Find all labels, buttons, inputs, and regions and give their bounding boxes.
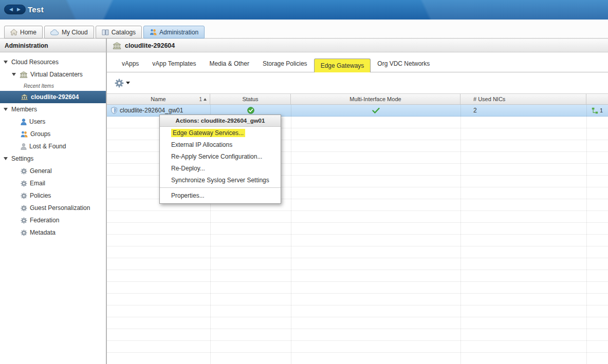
tree-label: Groups — [30, 130, 50, 138]
tree-section-settings[interactable]: Settings — [0, 152, 106, 165]
tree-item-virtual-datacenters[interactable]: Virtual Datacenters — [0, 68, 106, 81]
entity-tabstrip: vApps vApp Templates Media & Other Stora… — [107, 52, 608, 72]
tree-item-general[interactable]: General — [0, 165, 106, 177]
chevron-down-icon[interactable] — [12, 73, 16, 76]
forward-button[interactable]: ▶ — [17, 7, 21, 12]
menu-item-external-ip-allocations[interactable]: External IP Allocations — [160, 139, 281, 150]
tree-label: Lost & Found — [29, 143, 66, 150]
network-icon — [592, 107, 598, 114]
tab-media-other[interactable]: Media & Other — [203, 60, 256, 72]
nic-badge-count: 1 — [600, 107, 603, 113]
menu-separator — [160, 187, 281, 188]
grid-toolbar — [107, 72, 608, 93]
tree-item-groups[interactable]: Groups — [0, 128, 106, 140]
titlebar: ◀ ▶ Test — [0, 0, 608, 20]
tree-label: Virtual Datacenters — [30, 71, 83, 78]
gear-icon — [21, 180, 27, 187]
status-ok-icon — [247, 107, 254, 114]
chevron-down-icon — [126, 82, 130, 84]
sidebar-title: Administration — [0, 39, 106, 52]
tree-label: Metadata — [30, 229, 56, 236]
org-vdc-icon — [21, 94, 28, 100]
datacenter-icon — [20, 71, 28, 78]
menu-item-redeploy[interactable]: Re-Deploy... — [160, 162, 281, 174]
gear-icon — [21, 193, 27, 199]
history-nav: ◀ ▶ — [4, 5, 26, 14]
column-divider — [460, 105, 461, 364]
column-divider — [291, 105, 291, 364]
gateway-name: cloudlite-292604_gw01 — [120, 107, 183, 114]
menu-item-label: Properties... — [171, 192, 205, 199]
context-menu-title: Actions: cloudlite-292604_gw01 — [160, 115, 281, 127]
column-header-status[interactable]: Status — [210, 94, 291, 104]
menu-item-label: Synchronize Syslog Server Settings — [171, 177, 269, 184]
chevron-down-icon[interactable] — [4, 157, 8, 160]
tab-home[interactable]: Home — [4, 26, 43, 39]
tree-section-cloud-resources[interactable]: Cloud Resources — [0, 56, 106, 68]
vcloud-director-app: ◀ ▶ Test Home My Cloud Catalogs — [0, 0, 608, 364]
tree-item-email[interactable]: Email — [0, 177, 106, 189]
cell-used-nics: 2 — [460, 105, 586, 116]
menu-item-properties[interactable]: Properties... — [160, 189, 281, 201]
tree-item-lost-and-found[interactable]: Lost & Found — [0, 140, 106, 152]
tree-section-members[interactable]: Members — [0, 103, 106, 116]
tab-edge-gateways[interactable]: Edge Gateways — [314, 59, 371, 72]
entity-title: cloudlite-292604 — [125, 42, 175, 49]
tab-my-cloud[interactable]: My Cloud — [44, 26, 94, 39]
tree-item-federation[interactable]: Federation — [0, 214, 106, 226]
tree-item-guest-personalization[interactable]: Guest Personalization — [0, 202, 106, 214]
tree-label: Settings — [11, 155, 33, 162]
column-label: Name — [151, 96, 165, 102]
tab-label: Home — [20, 29, 36, 36]
group-icon — [21, 131, 28, 138]
gear-icon — [21, 229, 27, 236]
column-header-used-nics[interactable]: # Used NICs — [460, 94, 586, 104]
menu-item-edge-gateway-services[interactable]: Edge Gateway Services... — [160, 127, 281, 139]
chevron-down-icon[interactable] — [4, 108, 8, 111]
recent-items-label: Recent Items — [0, 81, 106, 91]
org-vdc-icon — [113, 42, 121, 49]
tab-administration[interactable]: Administration — [143, 26, 205, 39]
tree-item-metadata[interactable]: Metadata — [0, 226, 106, 239]
context-menu: Actions: cloudlite-292604_gw01 Edge Gate… — [159, 114, 281, 204]
content-area: Administration Cloud Resources Virtual D… — [0, 39, 608, 364]
menu-item-synchronize-syslog-server-settings[interactable]: Synchronize Syslog Server Settings — [160, 174, 281, 186]
menu-item-reapply-service-configuration[interactable]: Re-Apply Service Configuration... — [160, 150, 281, 162]
tree-label: Email — [30, 180, 45, 187]
menu-item-label: External IP Allocations — [171, 141, 232, 148]
administration-icon — [150, 29, 157, 35]
column-header-multi-interface[interactable]: Multi-Interface Mode — [291, 94, 460, 104]
back-button[interactable]: ◀ — [9, 7, 13, 12]
sort-indicator: 1 — [199, 97, 207, 102]
tab-label: Administration — [159, 29, 198, 36]
chevron-down-icon[interactable] — [4, 61, 8, 64]
column-header-extra — [586, 94, 608, 104]
sort-order: 1 — [199, 97, 202, 102]
tree-label: General — [30, 167, 52, 175]
home-icon — [10, 29, 17, 35]
tree-item-policies[interactable]: Policies — [0, 189, 106, 202]
lost-found-icon — [21, 143, 27, 150]
column-label: Status — [242, 96, 258, 102]
column-header-name[interactable]: Name 1 — [107, 94, 210, 104]
cell-nic-badge: 1 — [586, 105, 608, 116]
tab-org-vdc-networks[interactable]: Org VDC Networks — [371, 60, 436, 72]
sort-asc-icon — [204, 98, 207, 101]
gateway-shield-icon — [111, 107, 117, 114]
tab-catalogs[interactable]: Catalogs — [96, 26, 142, 39]
cloud-icon — [50, 29, 59, 35]
gear-menu-button[interactable] — [114, 78, 131, 89]
tree-item-users[interactable]: Users — [0, 116, 106, 128]
tab-vapps[interactable]: vApps — [115, 60, 145, 72]
tree-item-cloudlite-292604[interactable]: cloudlite-292604 — [0, 91, 106, 103]
tab-storage-policies[interactable]: Storage Policies — [256, 60, 314, 72]
menu-item-label: Re-Deploy... — [171, 165, 205, 172]
tree-label: Cloud Resources — [11, 59, 59, 66]
check-icon — [372, 108, 380, 113]
navigation-tree: Cloud Resources Virtual Datacenters Rece… — [0, 52, 106, 239]
column-divider — [586, 105, 587, 364]
tab-vapp-templates[interactable]: vApp Templates — [145, 60, 202, 72]
tree-label: Guest Personalization — [30, 204, 90, 212]
tab-label: Catalogs — [112, 29, 136, 36]
used-nics-value: 2 — [473, 107, 477, 114]
